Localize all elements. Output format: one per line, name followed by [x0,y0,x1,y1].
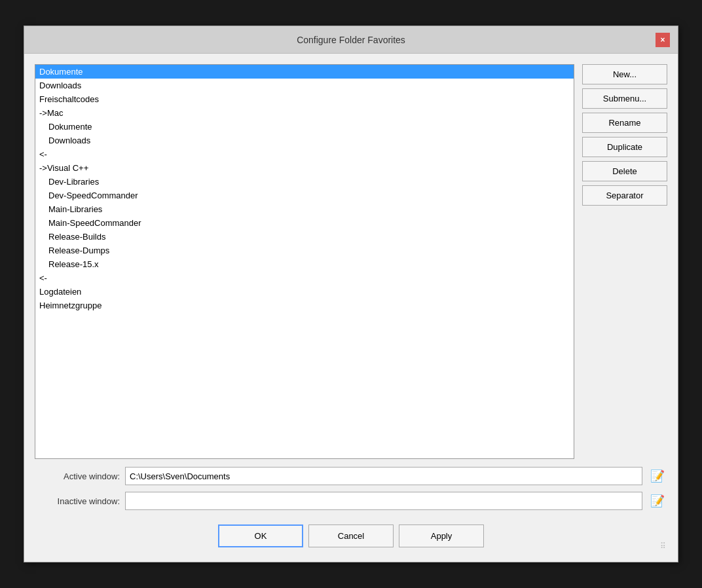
list-item[interactable]: Downloads [35,79,574,92]
dialog-body: DokumenteDownloadsFreischaltcodes->MacDo… [24,54,678,562]
active-window-label: Active window: [35,471,120,481]
active-window-browse-button[interactable]: 📝 [648,469,667,483]
list-item[interactable]: Main-SpeedCommander [35,216,574,230]
bottom-buttons: OK Cancel Apply ⠿ [35,518,667,551]
inactive-window-label: Inactive window: [35,496,120,506]
delete-button[interactable]: Delete [582,161,667,181]
active-window-row: Active window: 📝 [35,467,667,485]
list-item[interactable]: Main-Libraries [35,202,574,216]
apply-button[interactable]: Apply [399,524,484,547]
list-item[interactable]: ->Visual C++ [35,161,574,175]
close-button[interactable]: × [656,33,670,47]
list-item[interactable]: Logdateien [35,285,574,299]
submenu-button[interactable]: Submenu... [582,88,667,109]
list-item[interactable]: Heimnetzgruppe [35,299,574,312]
list-item[interactable]: Downloads [35,134,574,147]
ok-button[interactable]: OK [218,524,303,547]
list-item[interactable]: Release-Builds [35,230,574,244]
dialog-title: Configure Folder Favorites [46,35,656,45]
list-item[interactable]: Dokumente [35,120,574,134]
inactive-window-input[interactable] [125,492,642,510]
separator-button[interactable]: Separator [582,185,667,206]
cancel-button[interactable]: Cancel [308,524,394,547]
browse-icon: 📝 [650,469,665,483]
main-area: DokumenteDownloadsFreischaltcodes->MacDo… [35,64,667,459]
favorites-list[interactable]: DokumenteDownloadsFreischaltcodes->MacDo… [35,64,574,459]
rename-button[interactable]: Rename [582,113,667,133]
list-item[interactable]: ->Mac [35,106,574,120]
window-fields: Active window: 📝 Inactive window: 📝 [35,467,667,510]
new-button[interactable]: New... [582,64,667,84]
inactive-window-browse-button[interactable]: 📝 [648,494,667,508]
list-item[interactable]: Dokumente [35,65,574,79]
configure-folder-favorites-dialog: Configure Folder Favorites × DokumenteDo… [24,26,678,562]
list-item[interactable]: <- [35,147,574,161]
list-item[interactable]: Release-15.x [35,257,574,271]
active-window-input[interactable] [125,467,642,485]
resize-icon: ⠿ [659,541,667,551]
list-item[interactable]: <- [35,271,574,285]
list-item[interactable]: Dev-SpeedCommander [35,189,574,202]
list-item[interactable]: Freischaltcodes [35,92,574,106]
list-item[interactable]: Release-Dumps [35,244,574,257]
browse-icon: 📝 [650,494,665,507]
action-buttons: New... Submenu... Rename Duplicate Delet… [582,64,667,459]
inactive-window-row: Inactive window: 📝 [35,492,667,510]
title-bar: Configure Folder Favorites × [24,26,678,54]
duplicate-button[interactable]: Duplicate [582,137,667,157]
list-item[interactable]: Dev-Libraries [35,175,574,189]
